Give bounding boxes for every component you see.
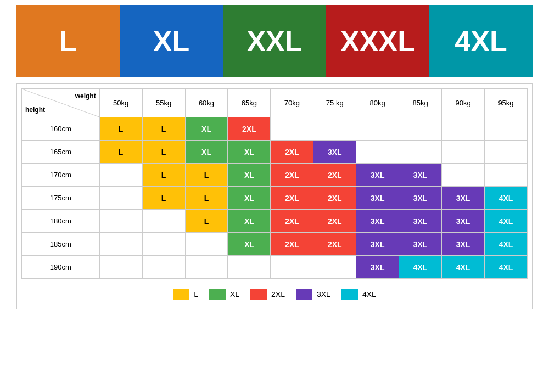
size-cell-r4-c4: 2XL xyxy=(271,210,313,233)
table-row: 180cmLXL2XL2XL3XL3XL3XL4XL xyxy=(22,210,528,233)
legend-label-2XL: 2XL xyxy=(271,290,285,299)
legend-XL: XL xyxy=(209,289,239,300)
legend-color-XL xyxy=(209,289,226,300)
size-cell-r2-c4: 2XL xyxy=(271,164,313,187)
size-cell-r4-c1 xyxy=(142,210,185,233)
size-cell-r0-c2: XL xyxy=(185,117,228,141)
size-cell-r4-c2: L xyxy=(185,210,228,233)
size-cell-r5-c3: XL xyxy=(228,233,271,256)
size-cell-r1-c2: XL xyxy=(185,141,228,164)
size-cell-r4-c0 xyxy=(99,210,142,233)
legend-2XL: 2XL xyxy=(250,289,285,300)
size-cell-r0-c8 xyxy=(442,117,485,141)
size-cell-r5-c5: 2XL xyxy=(313,233,356,256)
size-cell-r6-c2 xyxy=(185,256,228,279)
banner-XXL: XXL xyxy=(223,5,326,77)
table-row: 170cmLLXL2XL2XL3XL3XL xyxy=(22,164,528,187)
size-cell-r1-c5: 3XL xyxy=(313,141,356,164)
height-cell-175cm: 175cm xyxy=(22,187,100,210)
size-cell-r2-c2: L xyxy=(185,164,228,187)
size-cell-r0-c0: L xyxy=(99,117,142,141)
size-cell-r3-c5: 2XL xyxy=(313,187,356,210)
col-85kg: 85kg xyxy=(399,89,442,117)
size-cell-r6-c0 xyxy=(99,256,142,279)
size-cell-r5-c1 xyxy=(142,233,185,256)
size-cell-r2-c3: XL xyxy=(228,164,271,187)
col-90kg: 90kg xyxy=(442,89,485,117)
legend-4XL: 4XL xyxy=(341,289,376,300)
size-cell-r3-c0 xyxy=(99,187,142,210)
col-75kg: 75 kg xyxy=(313,89,356,117)
size-cell-r1-c1: L xyxy=(142,141,185,164)
size-cell-r1-c6 xyxy=(356,141,399,164)
col-65kg: 65kg xyxy=(228,89,271,117)
size-cell-r0-c6 xyxy=(356,117,399,141)
size-chart-container: weight height 50kg 55kg 60kg 65kg 70kg 7… xyxy=(16,83,533,309)
table-row: 165cmLLXLXL2XL3XL xyxy=(22,141,528,164)
height-cell-190cm: 190cm xyxy=(22,256,100,279)
legend-label-XL: XL xyxy=(230,290,239,299)
size-cell-r2-c9 xyxy=(484,164,527,187)
height-cell-185cm: 185cm xyxy=(22,233,100,256)
size-cell-r5-c2 xyxy=(185,233,228,256)
size-cell-r3-c3: XL xyxy=(228,187,271,210)
size-cell-r6-c1 xyxy=(142,256,185,279)
size-cell-r1-c7 xyxy=(399,141,442,164)
legend-label-4XL: 4XL xyxy=(362,290,376,299)
diagonal-header-cell: weight height xyxy=(22,89,100,117)
size-cell-r5-c9: 4XL xyxy=(484,233,527,256)
size-cell-r2-c0 xyxy=(99,164,142,187)
banner-XXXL: XXXL xyxy=(326,5,429,77)
height-cell-160cm: 160cm xyxy=(22,117,100,141)
size-cell-r3-c7: 3XL xyxy=(399,187,442,210)
size-cell-r2-c6: 3XL xyxy=(356,164,399,187)
size-cell-r5-c6: 3XL xyxy=(356,233,399,256)
size-cell-r4-c3: XL xyxy=(228,210,271,233)
size-cell-r6-c6: 3XL xyxy=(356,256,399,279)
size-cell-r3-c1: L xyxy=(142,187,185,210)
legend-L: L xyxy=(173,289,198,300)
col-55kg: 55kg xyxy=(142,89,185,117)
size-cell-r0-c1: L xyxy=(142,117,185,141)
size-cell-r6-c8: 4XL xyxy=(442,256,485,279)
size-cell-r2-c1: L xyxy=(142,164,185,187)
size-cell-r0-c5 xyxy=(313,117,356,141)
height-cell-170cm: 170cm xyxy=(22,164,100,187)
size-cell-r2-c7: 3XL xyxy=(399,164,442,187)
size-cell-r6-c4 xyxy=(271,256,313,279)
size-cell-r1-c3: XL xyxy=(228,141,271,164)
legend-color-L xyxy=(173,289,189,300)
size-cell-r3-c4: 2XL xyxy=(271,187,313,210)
size-cell-r2-c5: 2XL xyxy=(313,164,356,187)
size-cell-r6-c5 xyxy=(313,256,356,279)
size-cell-r2-c8 xyxy=(442,164,485,187)
size-cell-r4-c6: 3XL xyxy=(356,210,399,233)
col-50kg: 50kg xyxy=(99,89,142,117)
size-cell-r4-c5: 2XL xyxy=(313,210,356,233)
size-cell-r5-c8: 3XL xyxy=(442,233,485,256)
legend-label-3XL: 3XL xyxy=(317,290,330,299)
table-row: 185cmXL2XL2XL3XL3XL3XL4XL xyxy=(22,233,528,256)
size-cell-r6-c9: 4XL xyxy=(484,256,527,279)
banner-L: L xyxy=(16,5,120,77)
size-cell-r4-c9: 4XL xyxy=(484,210,527,233)
size-banner: L XL XXL XXXL 4XL xyxy=(16,5,533,77)
size-cell-r3-c2: L xyxy=(185,187,228,210)
size-cell-r0-c9 xyxy=(484,117,527,141)
size-cell-r5-c4: 2XL xyxy=(271,233,313,256)
legend-label-L: L xyxy=(194,290,198,299)
size-cell-r4-c7: 3XL xyxy=(399,210,442,233)
table-row: 175cmLLXL2XL2XL3XL3XL3XL4XL xyxy=(22,187,528,210)
size-cell-r0-c4 xyxy=(271,117,313,141)
size-cell-r6-c7: 4XL xyxy=(399,256,442,279)
col-80kg: 80kg xyxy=(356,89,399,117)
banner-XL: XL xyxy=(120,5,223,77)
table-header-row: weight height 50kg 55kg 60kg 65kg 70kg 7… xyxy=(22,89,528,117)
legend-3XL: 3XL xyxy=(296,289,330,300)
table-row: 190cm3XL4XL4XL4XL xyxy=(22,256,528,279)
size-cell-r6-c3 xyxy=(228,256,271,279)
legend-color-4XL xyxy=(341,289,358,300)
height-cell-165cm: 165cm xyxy=(22,141,100,164)
size-cell-r5-c7: 3XL xyxy=(399,233,442,256)
size-cell-r1-c9 xyxy=(484,141,527,164)
